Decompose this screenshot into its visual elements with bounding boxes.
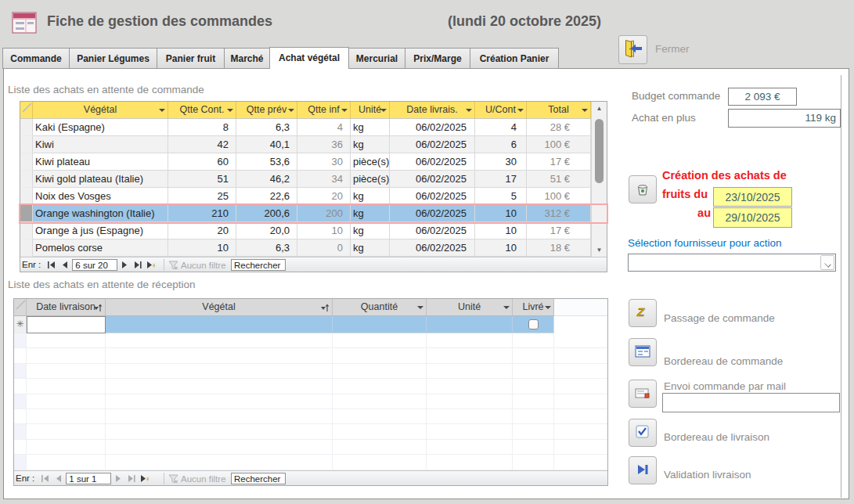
checked-box-icon: [635, 424, 650, 442]
row-selector[interactable]: [20, 188, 33, 205]
filter-icon[interactable]: [168, 474, 178, 484]
table1-row-7[interactable]: Pomelos corse106,30kg06/02/20251018 €: [20, 239, 607, 257]
table1-col-header-5[interactable]: Date livrais.: [390, 102, 475, 119]
last-record-icon[interactable]: [125, 473, 138, 484]
column-dropdown-icon[interactable]: [380, 109, 387, 112]
scrollbar-thumb[interactable]: [595, 119, 604, 183]
table2-corner-cell[interactable]: [14, 299, 27, 316]
column-dropdown-icon[interactable]: [503, 306, 510, 309]
new-record-icon[interactable]: ✳: [144, 259, 157, 271]
tab-commande[interactable]: Commande: [2, 48, 70, 69]
table1-row-0[interactable]: Kaki (Espagne)86,34kg06/02/2025428 €: [20, 119, 607, 136]
filter-state-label[interactable]: Aucun filtre: [181, 261, 226, 270]
passage-de-commande-button[interactable]: Z: [629, 299, 657, 327]
scroll-down-icon[interactable]: ▼: [592, 243, 607, 257]
table1-row-1[interactable]: Kiwi4240,136kg06/02/20256100 €: [20, 136, 607, 153]
tab-prix-marge[interactable]: Prix/Marge: [405, 48, 470, 69]
next-record-icon[interactable]: [119, 259, 132, 271]
close-button[interactable]: [618, 35, 647, 64]
table1-row-4[interactable]: Noix des Vosges2522,620kg06/02/20255100 …: [20, 188, 607, 205]
search-input[interactable]: Rechercher: [231, 473, 286, 484]
achat-en-plus-field[interactable]: 119 kg: [728, 109, 841, 128]
column-dropdown-icon[interactable]: [582, 109, 588, 112]
tab-marche[interactable]: Marché: [224, 48, 270, 69]
table1-row-2[interactable]: Kiwi plateau6053,630pièce(s)06/02/202530…: [20, 153, 607, 171]
row-selector[interactable]: [20, 205, 33, 222]
filter-state-label[interactable]: Aucun filtre: [181, 474, 226, 484]
table1-corner-cell[interactable]: [20, 102, 33, 119]
last-record-icon[interactable]: [132, 259, 144, 271]
bordereau-de-livraison-button[interactable]: [629, 419, 657, 447]
table2-col-header-0[interactable]: Date livraison: [27, 299, 106, 316]
new-record-icon[interactable]: ✳: [138, 473, 150, 484]
column-dropdown-icon[interactable]: [517, 109, 524, 112]
sort-asc-filter-icon[interactable]: [94, 303, 103, 312]
tab-mercurial[interactable]: Mercurial: [348, 48, 405, 69]
bordereau-de-commande-button[interactable]: [629, 338, 657, 366]
tab-panier-fruit[interactable]: Panier fruit: [157, 48, 225, 69]
validation-livraison-button[interactable]: [629, 456, 657, 484]
new-row-unite-cell[interactable]: [427, 316, 513, 333]
table1-row-6[interactable]: Orange à jus (Espagne)2020,010kg06/02/20…: [20, 222, 607, 239]
table1-col-header-6[interactable]: U/Cont: [475, 102, 527, 119]
table1-col-header-3[interactable]: Qtte inf: [297, 102, 351, 119]
record-position-box[interactable]: 1 sur 1: [66, 473, 111, 484]
tab-creation-panier[interactable]: Création Panier: [470, 48, 559, 69]
table1-row-5[interactable]: Orange washington (Italie)210200,6200kg0…: [20, 205, 607, 222]
first-record-icon[interactable]: [45, 259, 58, 271]
column-dropdown-icon[interactable]: [227, 109, 233, 112]
column-dropdown-icon[interactable]: [288, 109, 294, 112]
create-purchases-button[interactable]: [629, 175, 657, 203]
row-selector[interactable]: [20, 153, 33, 171]
mail-address-field[interactable]: [662, 393, 840, 412]
table1-row-3[interactable]: Kiwi gold plateau (Italie)5146,234pièce(…: [20, 171, 607, 188]
table1-col-header-0[interactable]: Végétal: [33, 102, 168, 119]
table2-col-header-2[interactable]: Quantité: [333, 299, 427, 316]
previous-record-icon[interactable]: [58, 259, 70, 271]
new-row-date-cell[interactable]: [27, 316, 106, 333]
column-dropdown-icon[interactable]: [466, 109, 472, 112]
tab-panier-legumes[interactable]: Panier Légumes: [69, 48, 157, 69]
table2-col-header-3[interactable]: Unité: [427, 299, 513, 316]
fournisseur-combobox[interactable]: [628, 254, 836, 272]
column-dropdown-icon[interactable]: [341, 109, 348, 112]
row-selector[interactable]: [20, 119, 33, 136]
table1-vertical-scrollbar[interactable]: ▲▼: [591, 102, 607, 257]
new-record-selector[interactable]: ✳: [14, 316, 27, 333]
new-row-livre-cell[interactable]: [513, 316, 554, 333]
column-dropdown-icon[interactable]: [159, 109, 165, 112]
envoi-commande-par-mail-button[interactable]: [629, 380, 657, 408]
record-position-box[interactable]: 6 sur 20: [72, 259, 117, 271]
budget-value-field[interactable]: 2 093 €: [728, 88, 797, 106]
row-selector[interactable]: [20, 239, 33, 257]
search-input[interactable]: Rechercher: [231, 259, 286, 271]
table1-col-header-2[interactable]: Qtte prév: [236, 102, 297, 119]
table1-col-header-4[interactable]: Unité: [351, 102, 390, 119]
first-record-icon[interactable]: [39, 473, 52, 484]
livre-checkbox[interactable]: [528, 319, 539, 329]
previous-record-icon[interactable]: [52, 473, 64, 484]
date-to-field[interactable]: 29/10/2025: [713, 207, 792, 228]
new-row-quantite-cell[interactable]: [333, 316, 427, 333]
table1-col-header-1[interactable]: Qtte Cont.: [168, 102, 236, 119]
column-dropdown-icon[interactable]: [545, 306, 551, 309]
combo-dropdown-icon[interactable]: [820, 255, 834, 270]
section1-label: Liste des achats en attente de commande: [8, 84, 204, 95]
column-dropdown-icon[interactable]: [417, 306, 423, 309]
next-record-icon[interactable]: [113, 473, 125, 484]
table1-col-header-7[interactable]: Total: [527, 102, 591, 119]
table2-col-header-1[interactable]: Végétal: [106, 299, 333, 316]
filter-icon[interactable]: [168, 261, 178, 270]
scroll-up-icon[interactable]: ▲: [592, 102, 607, 115]
table2-col-header-4[interactable]: Livré: [513, 299, 554, 316]
date-from-field[interactable]: 23/10/2025: [713, 187, 792, 207]
creation-achats-line1: Création des achats de: [662, 169, 787, 182]
table2-new-row[interactable]: ✳: [14, 316, 607, 333]
row-selector[interactable]: [20, 171, 33, 188]
new-row-vegetal-cell[interactable]: [106, 316, 333, 333]
bucket-icon: [634, 181, 651, 198]
tab-achat-vegetal[interactable]: Achat végétal: [269, 47, 349, 69]
sort-asc-filter-icon[interactable]: [321, 303, 330, 312]
row-selector[interactable]: [20, 136, 33, 153]
row-selector[interactable]: [20, 222, 33, 239]
